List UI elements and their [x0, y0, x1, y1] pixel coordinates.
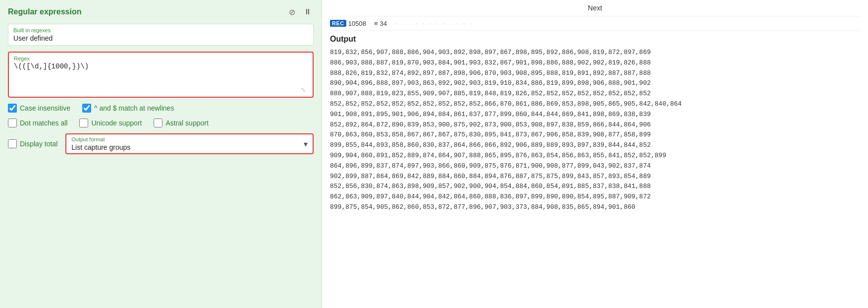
- unicode-support-input[interactable]: [79, 119, 88, 127]
- block-icon: ⊘: [289, 7, 295, 17]
- stats-bar: REC 10508 ≡ 34 · · · · · · · · · · · ·: [330, 16, 860, 31]
- dot-matches-input[interactable]: [8, 119, 17, 127]
- regex-textarea-wrapper: \(([\d,]{1000,})\) ⤡: [14, 62, 308, 94]
- resize-icon: ⤡: [301, 87, 307, 93]
- built-in-regexes-field[interactable]: Built in regexes User defined: [8, 24, 314, 46]
- caret-dollar-input[interactable]: [82, 104, 91, 113]
- panel-controls: ⊘ ⏸: [286, 6, 314, 18]
- dot-matches-label: Dot matches all: [20, 119, 67, 127]
- checkbox-row-2: Dot matches all Unicode support Astral s…: [8, 119, 314, 127]
- case-insensitive-checkbox[interactable]: Case insensitive: [8, 104, 70, 113]
- output-row: Display total Output format List capture…: [8, 133, 314, 154]
- built-in-regexes-label: Built in regexes: [13, 27, 308, 33]
- display-total-input[interactable]: [8, 139, 17, 148]
- built-in-regexes-value: User defined: [13, 34, 308, 42]
- filter-stat: ≡ 34: [374, 20, 387, 27]
- display-total-label: Display total: [20, 140, 57, 148]
- case-insensitive-input[interactable]: [8, 104, 17, 113]
- rec-badge: REC: [330, 20, 346, 27]
- dot-matches-checkbox[interactable]: Dot matches all: [8, 119, 67, 127]
- pause-button[interactable]: ⏸: [302, 6, 314, 18]
- dropdown-arrow-icon[interactable]: ▾: [304, 139, 308, 149]
- panel-title: Regular expression: [8, 7, 82, 16]
- regex-label: Regex: [14, 56, 308, 62]
- unicode-support-checkbox[interactable]: Unicode support: [79, 119, 142, 127]
- output-title: Output: [330, 35, 860, 44]
- right-panel: Next REC 10508 ≡ 34 · · · · · · · · · · …: [322, 0, 868, 308]
- astral-support-checkbox[interactable]: Astral support: [154, 119, 208, 127]
- caret-dollar-label: ^ and $ match at newlines: [94, 104, 174, 112]
- output-text: 819,832,856,907,888,886,904,903,892,898,…: [330, 48, 860, 213]
- output-format-wrapper[interactable]: Output format List capture groups ▾: [65, 133, 314, 154]
- block-button[interactable]: ⊘: [286, 6, 298, 18]
- output-format-inner: Output format List capture groups: [71, 136, 304, 151]
- astral-support-label: Astral support: [165, 119, 208, 127]
- panel-header: Regular expression ⊘ ⏸: [8, 6, 314, 18]
- regex-input[interactable]: \(([\d,]{1000,})\): [14, 62, 308, 92]
- astral-support-input[interactable]: [154, 119, 163, 127]
- top-nav: Next: [330, 4, 860, 16]
- filter-value: 34: [380, 20, 386, 27]
- caret-dollar-checkbox[interactable]: ^ and $ match at newlines: [82, 104, 174, 113]
- output-format-label: Output format: [71, 136, 304, 142]
- display-total-checkbox[interactable]: Display total: [8, 139, 57, 148]
- pause-icon: ⏸: [304, 7, 312, 16]
- unicode-support-label: Unicode support: [91, 119, 142, 127]
- case-insensitive-label: Case insensitive: [20, 104, 70, 112]
- output-format-value: List capture groups: [71, 143, 304, 151]
- rec-stat: REC 10508: [330, 20, 366, 27]
- left-panel: Regular expression ⊘ ⏸ Built in regexes …: [0, 0, 322, 308]
- next-label: Next: [588, 4, 602, 12]
- checkbox-row-1: Case insensitive ^ and $ match at newlin…: [8, 104, 314, 113]
- separator: · · · · · · · · · · · ·: [395, 19, 473, 27]
- rec-value: 10508: [348, 20, 366, 27]
- filter-icon: ≡: [374, 20, 378, 27]
- regex-field-wrapper: Regex \(([\d,]{1000,})\) ⤡: [8, 52, 314, 98]
